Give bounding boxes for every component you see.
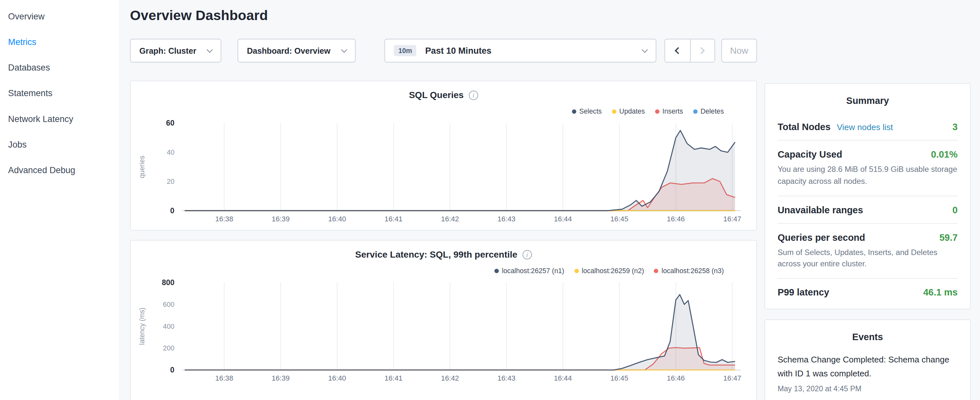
summary-value: 0.01% <box>931 149 958 159</box>
x-tick-label: 16:42 <box>441 374 459 382</box>
x-tick-label: 16:41 <box>385 215 403 223</box>
sidebar-item-network-latency[interactable]: Network Latency <box>0 106 119 132</box>
summary-label: Total Nodes <box>778 121 830 132</box>
chevron-down-icon <box>207 46 213 53</box>
x-tick-label: 16:45 <box>610 374 628 382</box>
x-tick-label: 16:43 <box>498 374 516 382</box>
x-tick-label: 16:46 <box>667 374 685 382</box>
series-line <box>185 295 735 370</box>
summary-row-total-nodes: Total Nodes View nodes list 3 <box>778 113 957 141</box>
chart-title: SQL Queries <box>409 90 464 100</box>
summary-description: You are using 28.6 MiB of 515.9 GiB usab… <box>778 164 957 187</box>
app-viewport: Overview Metrics Databases Statements Ne… <box>0 0 980 400</box>
y-tick-label: 60 <box>166 119 174 127</box>
dashboard-dropdown[interactable]: Dashboard: Overview <box>237 39 356 62</box>
view-nodes-list-link[interactable]: View nodes list <box>837 123 893 132</box>
summary-row-queries-per-second: Queries per second 59.7 Sum of Selects, … <box>778 223 957 279</box>
main-content: Overview Dashboard Graph: Cluster Dashbo… <box>130 0 757 400</box>
event-item[interactable]: Schema Change Completed: Schema change w… <box>778 353 957 393</box>
y-tick-label: 20 <box>167 178 174 185</box>
dashboard-label: Dashboard: Overview <box>247 46 330 55</box>
y-tick-label: 600 <box>163 301 174 308</box>
info-icon[interactable]: i <box>522 250 532 259</box>
x-tick-label: 16:47 <box>724 215 741 223</box>
summary-label: Unavailable ranges <box>778 204 863 215</box>
sidebar-item-jobs[interactable]: Jobs <box>0 132 119 157</box>
x-tick-label: 16:39 <box>272 374 290 382</box>
y-axis-label: latency (ms) <box>138 308 146 345</box>
chart-legend: SelectsUpdatesInsertsDeletes <box>562 107 724 115</box>
summary-description: Sum of Selects, Updates, Inserts, and De… <box>778 247 957 270</box>
events-title: Events <box>778 320 957 349</box>
time-prev-button[interactable] <box>665 40 690 62</box>
x-tick-label: 16:40 <box>328 215 346 223</box>
x-tick-label: 16:44 <box>554 374 572 382</box>
graph-scope-label: Graph: Cluster <box>140 46 196 55</box>
sql-queries-chart[interactable]: 16:3816:3916:4016:4116:4216:4316:4416:45… <box>131 116 756 229</box>
x-tick-label: 16:44 <box>554 215 572 223</box>
legend-color-dot <box>494 268 499 273</box>
graph-scope-dropdown[interactable]: Graph: Cluster <box>130 39 221 62</box>
info-icon[interactable]: i <box>469 90 478 100</box>
y-tick-label: 40 <box>167 148 174 156</box>
chevron-down-icon <box>642 46 648 53</box>
x-tick-label: 16:38 <box>215 215 233 223</box>
sidebar-nav: Overview Metrics Databases Statements Ne… <box>0 4 119 183</box>
event-timestamp: May 13, 2020 at 4:45 PM <box>778 384 957 393</box>
time-next-button[interactable] <box>690 40 714 62</box>
y-tick-label: 0 <box>170 207 174 215</box>
chevron-down-icon <box>341 46 347 53</box>
sidebar: Overview Metrics Databases Statements Ne… <box>0 0 119 400</box>
chevron-right-icon <box>698 47 705 54</box>
summary-row-unavailable-ranges: Unavailable ranges 0 <box>778 196 957 223</box>
summary-title: Summary <box>778 84 957 113</box>
legend-item: Inserts <box>655 107 683 115</box>
legend-item: localhost:26259 (n2) <box>574 267 644 274</box>
x-tick-label: 16:47 <box>724 374 741 382</box>
sidebar-item-advanced-debug[interactable]: Advanced Debug <box>0 158 119 183</box>
summary-panel: Summary Total Nodes View nodes list 3 Ca… <box>765 83 971 309</box>
legend-item: localhost:26258 (n3) <box>654 267 724 274</box>
x-tick-label: 16:46 <box>667 215 685 223</box>
x-tick-label: 16:41 <box>385 374 403 382</box>
summary-label: P99 latency <box>778 287 829 297</box>
service-latency-chart[interactable]: 16:3816:3916:4016:4116:4216:4316:4416:45… <box>131 276 756 388</box>
legend-color-dot <box>693 109 698 113</box>
legend-item: Updates <box>612 107 645 115</box>
page-title: Overview Dashboard <box>130 8 757 24</box>
legend-color-dot <box>572 109 576 113</box>
chart-card-service-latency: Service Latency: SQL, 99th percentile i … <box>130 240 757 400</box>
legend-item: Selects <box>572 107 602 115</box>
x-tick-label: 16:40 <box>328 374 346 382</box>
sidebar-item-overview[interactable]: Overview <box>0 4 119 29</box>
chart-svg: 16:3816:3916:4016:4116:4216:4316:4416:45… <box>131 116 756 229</box>
summary-row-p99-latency: P99 latency 46.1 ms <box>778 279 957 309</box>
y-tick-label: 400 <box>163 323 174 330</box>
y-tick-label: 0 <box>170 366 174 374</box>
now-button[interactable]: Now <box>721 39 757 62</box>
time-pager <box>665 39 715 62</box>
summary-value: 3 <box>953 121 958 132</box>
x-tick-label: 16:38 <box>215 374 233 382</box>
chart-card-sql-queries: SQL Queries i SelectsUpdatesInsertsDelet… <box>130 81 757 231</box>
legend-color-dot <box>654 268 659 273</box>
y-tick-label: 200 <box>163 344 174 352</box>
chart-svg: 16:3816:3916:4016:4116:4216:4316:4416:45… <box>131 276 756 388</box>
summary-value: 46.1 ms <box>923 287 957 297</box>
time-range-picker[interactable]: 10m Past 10 Minutes <box>385 39 657 62</box>
sidebar-item-databases[interactable]: Databases <box>0 55 119 81</box>
event-text: Schema Change Completed: Schema change w… <box>778 353 957 380</box>
x-tick-label: 16:39 <box>272 215 290 223</box>
time-range-badge: 10m <box>394 45 417 56</box>
sidebar-item-statements[interactable]: Statements <box>0 81 119 106</box>
chart-header: SQL Queries i <box>131 90 756 100</box>
x-tick-label: 16:42 <box>441 215 459 223</box>
summary-row-capacity-used: Capacity Used 0.01% You are using 28.6 M… <box>778 141 957 196</box>
summary-value: 59.7 <box>939 232 957 242</box>
right-sidebar: Summary Total Nodes View nodes list 3 Ca… <box>765 0 971 400</box>
legend-color-dot <box>574 268 579 273</box>
chevron-left-icon <box>675 47 682 54</box>
legend-item: localhost:26257 (n1) <box>494 267 564 274</box>
sidebar-item-metrics[interactable]: Metrics <box>0 29 119 55</box>
x-tick-label: 16:43 <box>498 215 516 223</box>
